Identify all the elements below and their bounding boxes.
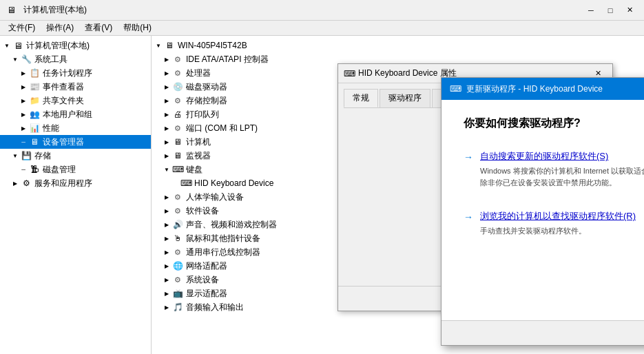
sidebar-item-services[interactable]: ⚙ 服务和应用程序 [0, 176, 151, 190]
icon-device-mgr: 🖥 [29, 136, 40, 147]
update-option-browse[interactable]: → 浏览我的计算机以查找驱动程序软件(R) 手动查找并安装驱动程序软件。 [464, 207, 644, 240]
hid-props-icon: ⌨ [344, 69, 355, 79]
device-tree-root[interactable]: 🖥 WIN-405P4I5T42B [152, 39, 644, 52]
minimize-button[interactable]: ─ [582, 3, 600, 17]
label-print: 打印队列 [186, 109, 219, 121]
title-bar-left: 计算机管理(本地) [6, 4, 87, 16]
menu-view[interactable]: 查看(V) [79, 21, 118, 35]
arrow-cpu [163, 69, 171, 77]
sidebar-label-event: 事件查看器 [43, 81, 84, 93]
update-driver-dialog: ⌨ 更新驱动程序 - HID Keyboard Device ✕ 你要如何搜索驱… [441, 77, 644, 346]
option-auto-title[interactable]: 自动搜索更新的驱动程序软件(S) [480, 150, 644, 163]
title-bar-title: 计算机管理(本地) [23, 4, 87, 16]
label-audio-ctrl: 声音、视频和游戏控制器 [186, 219, 277, 231]
label-com: 端口 (COM 和 LPT) [186, 123, 258, 134]
icon-mouse: 🖱 [172, 233, 183, 244]
label-hid-dev: 人体学输入设备 [186, 191, 244, 203]
label-mouse: 鼠标和其他指针设备 [186, 233, 260, 244]
maximize-button[interactable]: □ [601, 3, 619, 17]
icon-display: 📺 [172, 288, 183, 299]
sidebar-label-perf: 性能 [43, 123, 59, 134]
menu-action[interactable]: 操作(A) [41, 21, 79, 35]
arrow-hid-dev [163, 193, 171, 201]
label-network: 网络适配器 [186, 260, 227, 272]
sidebar-item-event-viewer[interactable]: 📰 事件查看器 [0, 80, 151, 94]
icon-storage: 💾 [21, 150, 32, 161]
icon-audio-ctrl: 🔊 [172, 219, 183, 230]
option-browse-title[interactable]: 浏览我的计算机以查找驱动程序软件(R) [480, 210, 636, 222]
icon-ide [172, 54, 183, 65]
option-auto-desc: Windows 将搜索你的计算机和 Internet 以获取适合你设备的最新驱动… [480, 165, 644, 188]
icon-hid-dev [172, 191, 183, 202]
label-monitor: 监视器 [186, 150, 211, 162]
icon-print: 🖨 [172, 109, 183, 120]
icon-disk: 🗜 [29, 164, 40, 175]
label-cpu: 处理器 [186, 67, 211, 79]
title-bar: 计算机管理(本地) ─ □ ✕ [0, 0, 644, 21]
update-option-auto[interactable]: → 自动搜索更新的驱动程序软件(S) Windows 将搜索你的计算机和 Int… [464, 147, 644, 191]
icon-system [172, 274, 183, 285]
update-driver-body: 你要如何搜索驱动程序? → 自动搜索更新的驱动程序软件(S) Windows 将… [442, 100, 644, 273]
app-icon [6, 5, 17, 16]
icon-sw [172, 205, 183, 216]
icon-users: 👥 [29, 109, 40, 120]
content-area: 计算机管理(本地) 🔧 系统工具 📋 任务计划程序 📰 事件查看器 📁 [0, 36, 644, 354]
hid-tab-driver[interactable]: 驱动程序 [380, 89, 430, 107]
option-browse-desc: 手动查找并安装驱动程序软件。 [480, 225, 636, 237]
hid-tab-general[interactable]: 常规 [344, 89, 378, 107]
arrow-device-mgr [19, 138, 28, 146]
sidebar-item-disk-mgmt[interactable]: 🗜 磁盘管理 [0, 163, 151, 176]
label-display: 显示适配器 [186, 288, 227, 300]
arrow-usb [163, 248, 171, 256]
icon-storage-ctrl [172, 95, 183, 106]
sidebar-label-system-tools: 系统工具 [34, 54, 67, 65]
arrow-disk-drive [163, 83, 171, 91]
arrow-storage [11, 152, 19, 160]
sidebar-item-task-scheduler[interactable]: 📋 任务计划程序 [0, 66, 151, 80]
arrow-event [19, 83, 28, 91]
sidebar-label-task: 任务计划程序 [43, 67, 92, 79]
sidebar-item-device-manager[interactable]: 🖥 设备管理器 [0, 135, 151, 149]
sidebar-label-disk: 磁盘管理 [43, 164, 76, 176]
arrow-sw [163, 207, 171, 215]
sidebar-item-local-users[interactable]: 👥 本地用户和组 [0, 107, 151, 121]
icon-monitor: 🖥 [172, 150, 183, 161]
sidebar-label-services: 服务和应用程序 [34, 178, 92, 189]
sidebar-item-system-tools[interactable]: 🔧 系统工具 [0, 52, 151, 66]
arrow-audio-io [163, 303, 171, 311]
arrow-shared [19, 96, 28, 105]
icon-root [12, 40, 23, 51]
option-auto-content: 自动搜索更新的驱动程序软件(S) Windows 将搜索你的计算机和 Inter… [480, 150, 644, 188]
sidebar-item-shared-folders[interactable]: 📁 共享文件夹 [0, 94, 151, 107]
update-driver-icon: ⌨ [450, 83, 461, 94]
arrow-keyboard [163, 165, 171, 174]
menu-file[interactable]: 文件(F) [3, 21, 41, 35]
sidebar-item-storage[interactable]: 💾 存储 [0, 149, 151, 163]
icon-system-tools: 🔧 [21, 54, 32, 65]
main-panel: 🖥 WIN-405P4I5T42B IDE ATA/ATAPI 控制器 处理器 … [152, 36, 644, 354]
sidebar-label-storage: 存储 [34, 150, 51, 162]
option-auto-desc-text: Windows 将搜索你的计算机和 Internet 以获取适合你设备的最新驱动… [480, 167, 644, 175]
arrow-mouse [163, 234, 171, 242]
icon-network: 🌐 [172, 260, 183, 271]
arrow-print [163, 110, 171, 118]
sidebar-item-root[interactable]: 计算机管理(本地) [0, 39, 151, 52]
arrow-users [19, 110, 28, 118]
label-ide: IDE ATA/ATAPI 控制器 [186, 54, 269, 65]
arrow-display [163, 289, 171, 298]
update-driver-title-text: 更新驱动程序 - HID Keyboard Device [466, 83, 603, 95]
update-driver-title-left: ⌨ 更新驱动程序 - HID Keyboard Device [450, 83, 603, 95]
icon-usb [172, 247, 183, 258]
arrow-com [163, 124, 171, 132]
label-disk-drive: 磁盘驱动器 [186, 81, 227, 93]
icon-audio-io: 🎵 [172, 302, 183, 313]
menu-bar: 文件(F) 操作(A) 查看(V) 帮助(H) [0, 21, 644, 36]
sidebar-label-device-mgr: 设备管理器 [43, 136, 84, 148]
label-keyboard: 键盘 [186, 164, 202, 176]
close-button[interactable]: ✕ [621, 3, 638, 17]
arrow-comp [163, 138, 171, 146]
option-browse-arrow: → [464, 211, 473, 222]
menu-help[interactable]: 帮助(H) [118, 21, 157, 35]
sidebar-item-performance[interactable]: 📊 性能 [0, 121, 151, 135]
icon-comp: 🖥 [172, 136, 183, 147]
